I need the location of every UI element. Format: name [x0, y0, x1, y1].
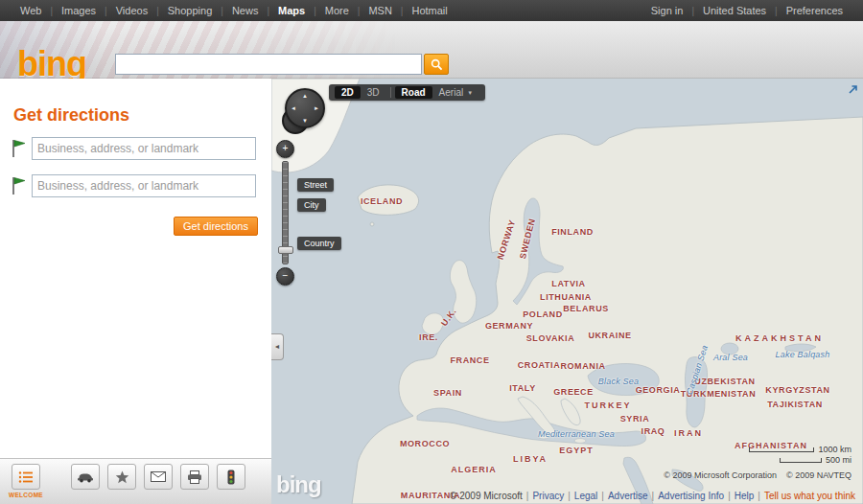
topnav-web[interactable]: Web — [12, 5, 50, 16]
navteq-copyright: © 2009 NAVTEQ — [786, 470, 851, 480]
topnav-videos[interactable]: Videos — [107, 5, 156, 16]
scale-mi-label: 500 mi — [826, 455, 851, 466]
footer-link-advertise[interactable]: Advertise — [608, 491, 648, 501]
footer-separator: | — [601, 491, 604, 501]
map-view-toolbar: 2D 3D Road Aerial ▼ — [329, 84, 485, 101]
zoom-in-button[interactable]: + — [276, 140, 294, 158]
footer-link-advertising-info[interactable]: Advertising Info — [658, 491, 724, 501]
footer-separator: | — [758, 491, 760, 501]
aral-sea — [721, 343, 738, 355]
footer-copyright: © 2009 Microsoft — [450, 491, 523, 501]
top-navigation-bar: Web|Images|Videos|Shopping|News|Maps|Mor… — [0, 0, 863, 21]
footer-feedback-link[interactable]: Tell us what you think — [764, 491, 855, 501]
header: bing — [0, 21, 863, 79]
map-copyright: © 2009 Microsoft Corporation© 2009 NAVTE… — [654, 470, 851, 480]
footer-separator: | — [526, 491, 529, 501]
welcome-button[interactable] — [12, 464, 40, 490]
map-scale: 1000 km 500 mi — [749, 445, 851, 466]
zoom-slider-track[interactable] — [282, 161, 289, 264]
topnav-msn[interactable]: MSN — [360, 5, 400, 16]
directions-panel: Get directions Get directions — [0, 79, 271, 504]
waypoint-b-flag-icon — [12, 176, 26, 195]
star-icon — [115, 470, 129, 484]
zoom-control: + − — [276, 140, 293, 286]
start-location-input[interactable] — [32, 137, 256, 160]
aerial-label: Aerial — [439, 87, 464, 98]
map-viewport[interactable]: ICELANDNORWAYSWEDENFINLANDLATVIALITHUANI… — [271, 79, 863, 504]
topnav-left-group: Web|Images|Videos|Shopping|News|Maps|Mor… — [0, 5, 456, 16]
pan-left-arrow-icon[interactable]: ◄ — [291, 105, 296, 111]
topnav-more[interactable]: More — [316, 5, 358, 16]
search-bar — [115, 54, 449, 75]
scale-line-km — [749, 447, 814, 452]
landmass-iceland — [358, 185, 419, 215]
map-style-aerial-button[interactable]: Aerial ▼ — [432, 86, 480, 99]
footer-link-legal[interactable]: Legal — [574, 491, 597, 501]
welcome-label: WELCOME — [6, 492, 46, 498]
pan-down-arrow-icon[interactable]: ▼ — [302, 118, 308, 124]
get-directions-button[interactable]: Get directions — [174, 217, 258, 236]
bing-maps-page: Web|Images|Videos|Shopping|News|Maps|Mor… — [0, 0, 863, 504]
topnav-shopping[interactable]: Shopping — [159, 5, 222, 16]
topnav-preferences[interactable]: Preferences — [778, 5, 851, 16]
collapse-panel-tab[interactable]: ◄ — [271, 333, 284, 360]
print-icon — [187, 470, 202, 484]
microsoft-copyright: © 2009 Microsoft Corporation — [664, 470, 777, 480]
topnav-maps[interactable]: Maps — [269, 5, 314, 16]
footer-link-help[interactable]: Help — [735, 491, 755, 501]
footer-separator: | — [568, 491, 571, 501]
zoom-slider-handle[interactable] — [278, 246, 293, 254]
topnav-right-group: Sign in|United States|Preferences — [642, 5, 863, 16]
scale-line-mi — [780, 458, 822, 463]
fullscreen-icon[interactable] — [847, 82, 859, 95]
topnav-news[interactable]: News — [223, 5, 268, 16]
main-area: Get directions Get directions — [0, 79, 863, 504]
welcome-list-icon — [18, 470, 34, 484]
favorites-button[interactable] — [107, 464, 136, 490]
pan-up-arrow-icon[interactable]: ▲ — [302, 93, 308, 99]
waypoint-a-flag-icon — [12, 139, 26, 158]
footer-separator: | — [652, 491, 655, 501]
footer-links-bar: © 2009 Microsoft|Privacy|Legal|Advertise… — [450, 491, 855, 501]
car-icon — [77, 471, 94, 483]
map-pan-control[interactable]: ▲ ▼ ◄ ► — [285, 88, 325, 128]
email-button[interactable] — [144, 464, 173, 490]
toolbar-divider — [390, 87, 391, 98]
topnav-images[interactable]: Images — [53, 5, 105, 16]
island-sicily — [538, 433, 549, 439]
map-style-road-button[interactable]: Road — [395, 86, 432, 99]
end-location-input[interactable] — [32, 174, 256, 197]
waypoint-b-row — [12, 174, 256, 197]
island-faroe — [370, 222, 374, 226]
topnav-hotmail[interactable]: Hotmail — [403, 5, 455, 16]
pan-right-arrow-icon[interactable]: ► — [314, 105, 319, 111]
search-button[interactable] — [424, 54, 449, 75]
waypoint-a-row — [12, 137, 256, 160]
email-icon — [151, 471, 166, 482]
search-input[interactable] — [115, 54, 422, 75]
page-title: Get directions — [13, 105, 129, 126]
topnav-united-states[interactable]: United States — [694, 5, 775, 16]
island-crete — [574, 439, 586, 444]
topnav-sign-in[interactable]: Sign in — [642, 5, 692, 16]
map-canvas[interactable] — [271, 79, 863, 504]
footer-link-privacy[interactable]: Privacy — [532, 491, 564, 501]
scale-km-label: 1000 km — [818, 445, 851, 455]
traffic-car-button[interactable] — [71, 464, 100, 490]
search-icon — [431, 58, 443, 71]
sidebar-toolbar: WELCOME — [0, 458, 271, 504]
zoom-preset-city[interactable]: City — [297, 198, 326, 212]
print-button[interactable] — [180, 464, 209, 490]
traffic-light-button[interactable] — [217, 464, 245, 490]
view-2d-button[interactable]: 2D — [335, 86, 361, 99]
zoom-out-button[interactable]: − — [276, 267, 294, 286]
view-3d-button[interactable]: 3D — [361, 86, 386, 99]
zoom-preset-country[interactable]: Country — [297, 237, 341, 250]
footer-separator: | — [728, 491, 731, 501]
bing-map-watermark: bing — [276, 471, 321, 498]
traffic-light-icon — [227, 470, 235, 485]
chevron-down-icon: ▼ — [467, 90, 473, 96]
zoom-preset-street[interactable]: Street — [297, 178, 334, 192]
